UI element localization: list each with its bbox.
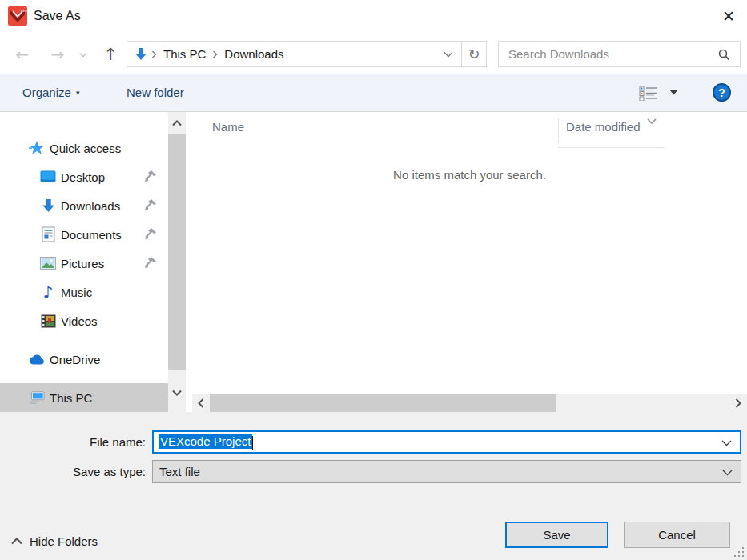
sidebar-item-label: Downloads	[61, 199, 120, 213]
save-button[interactable]: Save	[505, 522, 608, 548]
this-pc-icon	[29, 390, 45, 406]
file-name-label: File name:	[2, 435, 146, 449]
save-as-type-label: Save as type:	[2, 465, 146, 478]
downloads-icon	[40, 198, 56, 214]
file-list: Name Date modified No items match your s…	[192, 112, 747, 412]
back-icon[interactable]: ←	[10, 35, 35, 74]
refresh-icon[interactable]: ↻	[461, 42, 486, 66]
sidebar-item-onedrive[interactable]: OneDrive	[0, 345, 168, 374]
organize-button[interactable]: Organize ▾	[22, 74, 79, 111]
resize-grip[interactable]	[734, 547, 744, 557]
empty-folder-message: No items match your search.	[192, 168, 747, 182]
sidebar-item-label: Pictures	[61, 257, 104, 270]
recent-locations-chevron-icon[interactable]	[75, 35, 91, 74]
column-separator[interactable]	[558, 118, 559, 142]
scroll-down-icon[interactable]	[168, 383, 186, 402]
sidebar-item-music[interactable]: ♪ Music	[0, 278, 168, 306]
scroll-up-icon[interactable]	[168, 114, 186, 133]
breadcrumb-chevron-icon	[212, 47, 218, 62]
view-details-icon[interactable]	[639, 74, 658, 111]
content-area: Quick access Desktop Downloads	[0, 112, 747, 412]
save-as-type-select[interactable]: Text file	[152, 460, 741, 483]
this-pc-label: This PC	[50, 391, 92, 405]
sidebar-item-this-pc[interactable]: This PC	[0, 383, 168, 412]
up-icon[interactable]: ↑	[98, 35, 123, 74]
organize-label: Organize	[22, 86, 71, 99]
sidebar-item-quick-access[interactable]: Quick access	[0, 134, 168, 162]
file-name-selected-text: VEXcode Project	[159, 434, 252, 449]
scroll-right-icon[interactable]	[729, 394, 747, 412]
onedrive-cloud-icon	[29, 351, 45, 367]
address-dropdown-chevron-icon[interactable]	[436, 42, 461, 66]
title-bar: VEX Save As ✕	[0, 0, 747, 35]
navigation-bar: ← → ↑ This PC Downloads ↻	[0, 35, 747, 74]
music-icon: ♪	[40, 284, 56, 300]
search-input[interactable]	[499, 47, 717, 61]
onedrive-label: OneDrive	[50, 353, 100, 366]
sidebar-item-pictures[interactable]: Pictures	[0, 249, 168, 278]
organize-caret-icon: ▾	[76, 89, 80, 97]
save-label: Save	[543, 528, 570, 542]
desktop-icon	[40, 169, 56, 185]
pin-icon	[144, 256, 157, 269]
sidebar-item-desktop[interactable]: Desktop	[0, 162, 168, 191]
save-as-dialog: VEX Save As ✕ ← → ↑ This PC Downloads	[0, 0, 747, 560]
sidebar-item-label: Videos	[61, 314, 98, 328]
chevron-up-icon	[11, 538, 22, 545]
videos-icon	[40, 313, 56, 329]
new-folder-button[interactable]: New folder	[127, 74, 184, 111]
quick-access-label: Quick access	[50, 142, 121, 155]
column-header-name[interactable]: Name	[212, 120, 244, 134]
cancel-label: Cancel	[658, 528, 696, 542]
help-glyph: ?	[713, 83, 731, 102]
downloads-mini-icon	[134, 47, 148, 62]
bottom-panel: File name: VEXcode Project Save as type:…	[0, 412, 747, 560]
scrollbar-thumb[interactable]	[168, 134, 186, 370]
pin-icon	[144, 227, 157, 240]
help-icon[interactable]: ?	[713, 74, 731, 111]
address-bar[interactable]: This PC Downloads ↻	[127, 41, 487, 67]
view-options-caret-icon[interactable]	[669, 74, 678, 111]
address-location-icon	[127, 42, 148, 66]
navigation-pane: Quick access Desktop Downloads	[0, 112, 168, 412]
scroll-left-icon[interactable]	[192, 394, 210, 412]
hide-folders-label: Hide Folders	[30, 534, 98, 548]
pin-icon	[144, 170, 157, 182]
file-name-input[interactable]: VEXcode Project	[152, 430, 741, 454]
breadcrumb-chevron-icon	[151, 47, 157, 62]
sidebar-item-label: Documents	[61, 228, 122, 242]
save-as-type-value: Text file	[159, 465, 200, 478]
sidebar-item-documents[interactable]: Documents	[0, 220, 168, 249]
file-name-dropdown-chevron-icon[interactable]	[721, 435, 740, 450]
search-icon[interactable]	[717, 48, 740, 61]
sidebar-item-label: Music	[61, 286, 92, 299]
forward-icon[interactable]: →	[45, 35, 70, 74]
list-horizontal-scrollbar[interactable]	[192, 394, 747, 412]
column-header-date-modified[interactable]: Date modified	[566, 120, 641, 134]
sidebar-scrollbar[interactable]	[168, 112, 186, 412]
scrollbar-thumb[interactable]	[210, 394, 556, 412]
breadcrumb-this-pc[interactable]: This PC	[160, 47, 209, 61]
svg-text:VEX: VEX	[21, 9, 27, 13]
documents-icon	[40, 226, 56, 242]
command-toolbar: Organize ▾ New folder ?	[0, 74, 747, 112]
close-icon[interactable]: ✕	[717, 5, 741, 27]
pictures-icon	[40, 255, 56, 271]
breadcrumb-downloads[interactable]: Downloads	[221, 47, 287, 61]
new-folder-label: New folder	[127, 86, 184, 99]
text-cursor	[252, 436, 253, 450]
column-header-underline	[558, 147, 665, 148]
sidebar-item-downloads[interactable]: Downloads	[0, 191, 168, 220]
hide-folders-button[interactable]: Hide Folders	[11, 529, 98, 553]
cancel-button[interactable]: Cancel	[624, 522, 730, 548]
sidebar-item-label: Desktop	[61, 170, 105, 184]
sort-chevron-icon[interactable]	[647, 113, 657, 127]
pin-icon	[144, 198, 157, 211]
vexcode-app-icon: VEX	[8, 6, 27, 26]
window-title: Save As	[34, 9, 81, 23]
save-as-type-dropdown-chevron-icon[interactable]	[722, 465, 741, 479]
search-box	[498, 41, 741, 67]
sidebar-item-videos[interactable]: Videos	[0, 306, 168, 335]
quick-access-star-icon	[29, 140, 45, 156]
